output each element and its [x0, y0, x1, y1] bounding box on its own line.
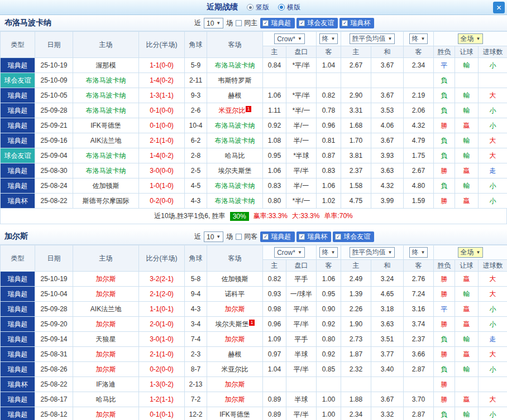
team-label: 加尔斯 [96, 290, 116, 298]
league-type-cell: 瑞典超 [1, 103, 35, 118]
col-let-goal: 让球 [455, 260, 479, 272]
date-cell: 25-08-22 [35, 194, 73, 209]
goals-cell: 小 [479, 178, 507, 194]
team-label: 布洛马波卡纳 [215, 61, 255, 69]
close-button[interactable]: ✕ [493, 2, 505, 13]
away-team-cell: IFK哥德堡 [207, 407, 263, 420]
corner-cell: 2-6 [185, 103, 207, 118]
away-odds-cell: 0.81 [317, 133, 341, 148]
same-venue-checkbox[interactable]: 同主 [236, 18, 257, 28]
home-odds-cell: 0.89 [263, 407, 286, 420]
result-cell: 勝 [434, 347, 455, 362]
corner-cell: 7-4 [185, 332, 207, 347]
handicap-cell: 平/半 [286, 362, 317, 377]
scope-select[interactable]: 全场▼ [458, 33, 484, 44]
scope-select[interactable]: 全场▼ [458, 247, 484, 258]
odds-company-select[interactable]: Crow*▼ [274, 33, 305, 44]
date-cell: 25-08-22 [35, 377, 73, 392]
col-goal-count: 进球数 [479, 260, 507, 272]
score-cell: 0-1(0-0) [139, 103, 185, 118]
team-label: 埃尔夫斯堡 [215, 320, 248, 328]
radio-icon [247, 4, 253, 11]
same-venue-checkbox[interactable]: 同客 [236, 232, 257, 242]
result-cell: 勝 [434, 377, 455, 392]
result-cell: 勝 [434, 287, 455, 302]
league-type-cell: 瑞典超 [1, 178, 35, 194]
away-odds-cell: 1.04 [317, 58, 341, 73]
chevron-down-icon: ▼ [476, 36, 481, 41]
league-filter-chip[interactable]: ✓瑞典超 [260, 18, 295, 28]
away-odds-cell [317, 73, 341, 88]
avg-lose-cell: 1.59 [404, 194, 434, 209]
goals-cell: 小 [479, 194, 507, 209]
goals-cell: 走 [479, 332, 507, 347]
league-type-cell: 瑞典超 [1, 133, 35, 148]
match-row: 瑞典超25-09-20加尔斯2-0(1-0)3-4埃尔夫斯堡10.96平/半0.… [1, 317, 507, 332]
goals-cell: 小 [479, 407, 507, 420]
avg-draw-cell: 4.06 [371, 118, 404, 133]
avg-draw-cell: 3.32 [371, 407, 404, 420]
score-cell: 2-0(1-0) [139, 317, 185, 332]
away-team-cell: 加尔斯 [207, 377, 263, 392]
handicap-cell [286, 377, 317, 392]
league-type-cell: 瑞典超 [1, 88, 35, 103]
league-filter-chip[interactable]: ✓瑞典杯 [339, 18, 374, 28]
date-cell: 25-10-05 [35, 88, 73, 103]
col-corner: 角球 [185, 245, 207, 272]
col-handicap: 盘口 [286, 46, 317, 58]
col-odds-away: 客 [317, 46, 341, 58]
away-odds-cell: 0.82 [317, 88, 341, 103]
checkbox-checked-icon: ✓ [262, 234, 269, 240]
final-avg-select[interactable]: 终▼ [409, 33, 428, 44]
col-avg-win: 主 [341, 46, 371, 58]
home-odds-cell: 0.89 [263, 392, 286, 407]
avg-draw-cell: 3.18 [371, 302, 404, 317]
final-odds-cell: 终▼ [317, 245, 341, 260]
avg-win-cell: 4.75 [341, 194, 371, 209]
final-odds-select[interactable]: 终▼ [319, 247, 338, 258]
big-rate: 大:33.3% [292, 211, 319, 221]
away-odds-cell: 1.00 [317, 392, 341, 407]
handicap-result-cell: 贏 [455, 317, 479, 332]
match-count-select[interactable]: 10▼ [204, 18, 223, 28]
away-odds-cell: 1.00 [317, 407, 341, 420]
near-label: 近 [194, 232, 201, 242]
result-cell: 負 [434, 407, 455, 420]
handicap-cell: 半/一 [286, 118, 317, 133]
avg-odds-select[interactable]: 胜平负均值▼ [350, 33, 395, 44]
games-label: 场 [226, 232, 233, 242]
home-odds-cell: 0.84 [263, 58, 286, 73]
summary-text: 近10场,胜3平1负6, 胜率 [154, 211, 225, 221]
home-odds-cell: 0.95 [263, 148, 286, 163]
match-count-select[interactable]: 10▼ [204, 231, 223, 242]
layout-vertical-option[interactable]: 竖版 [247, 3, 269, 12]
avg-odds-select[interactable]: 胜平负均值▼ [350, 247, 395, 258]
goals-cell: 小 [479, 302, 507, 317]
league-filter-chip[interactable]: ✓瑞典杯 [296, 231, 331, 242]
corner-cell: 2-3 [185, 347, 207, 362]
away-team-cell: 诺科平 [207, 287, 263, 302]
date-cell: 25-09-20 [35, 317, 73, 332]
final-odds-cell: 终▼ [317, 32, 341, 46]
col-corner: 角球 [185, 32, 207, 58]
avg-draw-cell: 3.63 [371, 163, 404, 178]
col-odds-home: 主 [263, 46, 286, 58]
chevron-down-icon: ▼ [298, 36, 302, 41]
final-odds-select[interactable]: 终▼ [319, 33, 338, 44]
team-label: 米亚尔比 [222, 365, 248, 373]
league-filter-chip[interactable]: ✓球会友谊 [333, 231, 374, 242]
layout-horizontal-option[interactable]: 横版 [278, 3, 300, 12]
away-team-cell: 赫根 [207, 88, 263, 103]
away-team-cell: 加尔斯 [207, 332, 263, 347]
date-cell: 25-08-31 [35, 347, 73, 362]
team-label: 布洛马波卡纳 [86, 152, 126, 160]
league-label: 瑞典超 [271, 232, 291, 242]
league-filter-chip[interactable]: ✓瑞典超 [260, 231, 295, 242]
avg-win-cell: 1.68 [341, 118, 371, 133]
avg-win-cell: 2.49 [341, 272, 371, 287]
league-filter-chip[interactable]: ✓球会友谊 [296, 18, 338, 28]
final-avg-select[interactable]: 终▼ [409, 247, 428, 258]
avg-lose-cell: 2.87 [404, 407, 434, 420]
odds-company-select[interactable]: Crow*▼ [274, 247, 305, 258]
home-odds-cell: 0.92 [263, 118, 286, 133]
